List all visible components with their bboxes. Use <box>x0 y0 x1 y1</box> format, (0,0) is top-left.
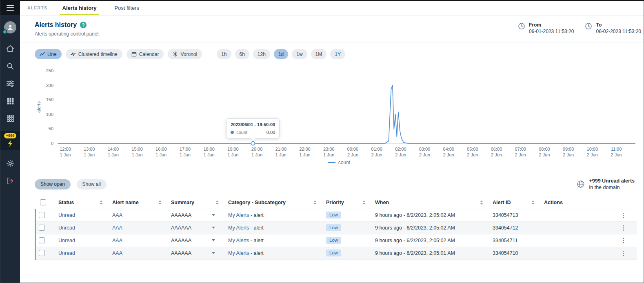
status-link[interactable]: Unread <box>58 212 75 218</box>
tooltip-value: 0.00 <box>260 130 275 135</box>
alert-name-link[interactable]: AAA <box>112 238 122 243</box>
show-all-button[interactable]: Show all <box>77 179 107 189</box>
kebab-menu-icon[interactable]: ⋮ <box>620 225 626 231</box>
column-header-summary[interactable]: Summary <box>167 200 224 205</box>
sort-icon[interactable] <box>158 201 162 205</box>
column-label: Priority <box>326 200 344 205</box>
svg-text:1 Jun: 1 Jun <box>204 152 215 157</box>
sort-icon[interactable] <box>531 201 535 205</box>
range-1d[interactable]: 1d <box>274 49 288 59</box>
sort-icon[interactable] <box>480 201 483 205</box>
svg-text:1 Jun: 1 Jun <box>275 152 286 157</box>
range-1w[interactable]: 1w <box>292 49 307 59</box>
view-mode-clustered-timeline[interactable]: Clustered timeline <box>66 49 122 59</box>
priority-badge: Low <box>326 250 341 257</box>
range-6h[interactable]: 6h <box>235 49 249 59</box>
chevron-down-icon[interactable] <box>212 214 215 216</box>
svg-text:200: 200 <box>46 83 53 88</box>
column-header-status[interactable]: Status <box>54 200 108 205</box>
column-header-when[interactable]: When <box>371 200 489 205</box>
menu-icon[interactable] <box>0 1 20 15</box>
range-1Y[interactable]: 1Y <box>330 49 345 59</box>
category-link[interactable]: My Alerts <box>228 250 249 256</box>
category-link[interactable]: My Alerts <box>228 238 249 243</box>
help-icon[interactable]: ? <box>80 22 87 28</box>
sort-icon[interactable] <box>215 201 219 205</box>
row-checkbox[interactable] <box>39 237 45 243</box>
kebab-menu-icon[interactable]: ⋮ <box>620 250 626 256</box>
section-label: ALERTS <box>27 6 48 10</box>
tab-alerts-history[interactable]: Alerts history <box>60 1 99 15</box>
user-avatar[interactable] <box>4 21 16 33</box>
view-mode-calendar[interactable]: Calendar <box>127 49 164 59</box>
row-checkbox[interactable] <box>39 225 45 231</box>
chevron-down-icon[interactable] <box>212 252 215 254</box>
svg-text:1 Jun: 1 Jun <box>180 152 191 157</box>
chip-label: 1M <box>315 51 322 57</box>
column-header-priority[interactable]: Priority <box>322 200 371 205</box>
grid-icon[interactable] <box>0 97 20 105</box>
search-icon[interactable] <box>0 62 20 71</box>
chart-controls: LineClustered timelineCalendarVoronoi 1h… <box>35 49 637 59</box>
sort-icon[interactable] <box>362 201 366 205</box>
time-range: From 06-01-2023 11:53:20 To 06-02-2023 1… <box>517 21 641 34</box>
person-icon <box>6 23 14 31</box>
kebab-menu-icon[interactable]: ⋮ <box>620 212 626 218</box>
svg-text:2 Jun: 2 Jun <box>395 152 406 157</box>
from-time-picker[interactable]: From 06-01-2023 11:53:20 <box>517 22 574 34</box>
status-link[interactable]: Unread <box>58 238 75 243</box>
category-link[interactable]: My Alerts <box>228 212 249 218</box>
show-open-button[interactable]: Show open <box>35 179 71 189</box>
to-time-picker[interactable]: To 06-02-2023 11:53:20 <box>584 22 641 34</box>
home-icon[interactable] <box>0 44 20 53</box>
row-checkbox[interactable] <box>39 212 45 218</box>
select-all-checkbox[interactable] <box>40 199 46 205</box>
chip-label: 1h <box>221 51 227 57</box>
alert-name-link[interactable]: AAA <box>112 250 122 256</box>
page-subtitle: Alerts operating control panel. <box>35 31 100 37</box>
range-1M[interactable]: 1M <box>311 49 327 59</box>
logout-icon[interactable] <box>0 176 20 185</box>
range-12h[interactable]: 12h <box>253 49 270 59</box>
voronoi-icon <box>173 51 178 57</box>
svg-text:1 Jun: 1 Jun <box>323 152 334 157</box>
alerts-nav-item[interactable]: +999 <box>0 131 20 150</box>
kebab-menu-icon[interactable]: ⋮ <box>620 237 626 243</box>
svg-text:2 Jun: 2 Jun <box>587 152 598 157</box>
from-value: 06-01-2023 11:53:20 <box>529 29 574 34</box>
summary-text: AAAAAA <box>171 250 191 256</box>
tab-post-filters[interactable]: Post filters <box>112 1 142 15</box>
svg-text:1 Jun: 1 Jun <box>108 152 119 157</box>
alerts-chart: 050100150200250alerts12:001 Jun13:001 Ju… <box>35 67 644 161</box>
column-header-alert-name[interactable]: Alert name <box>108 200 167 205</box>
category-link[interactable]: My Alerts <box>228 225 249 231</box>
svg-text:250: 250 <box>46 68 53 73</box>
svg-text:10:00: 10:00 <box>587 147 598 152</box>
sort-icon[interactable] <box>313 201 317 205</box>
row-checkbox[interactable] <box>39 250 45 256</box>
column-label: Actions <box>544 200 563 205</box>
chevron-down-icon[interactable] <box>212 227 215 229</box>
settings-icon[interactable] <box>0 159 20 168</box>
alert-name-link[interactable]: AAA <box>112 225 122 231</box>
chevron-down-icon[interactable] <box>212 239 215 241</box>
alert-name-link[interactable]: AAA <box>112 212 122 218</box>
svg-text:12:00: 12:00 <box>60 147 71 152</box>
status-link[interactable]: Unread <box>58 250 75 256</box>
column-header-alert-id[interactable]: Alert ID <box>489 200 540 205</box>
status-link[interactable]: Unread <box>58 225 75 231</box>
chart-tooltip: 2023/06/01 - 19:50:00 count 0.00 <box>226 118 280 138</box>
chip-label: 12h <box>258 51 266 57</box>
filters-icon[interactable] <box>0 79 20 88</box>
view-mode-voronoi[interactable]: Voronoi <box>168 49 202 59</box>
subcategory-text: - alert <box>249 212 263 218</box>
svg-text:05:00: 05:00 <box>467 147 478 152</box>
range-1h[interactable]: 1h <box>217 49 231 59</box>
sort-icon[interactable] <box>100 201 103 205</box>
column-header-category-subcategory[interactable]: Category - Subcategory <box>224 200 322 205</box>
view-mode-line[interactable]: Line <box>35 49 62 59</box>
apps-icon[interactable] <box>0 114 20 123</box>
svg-text:2 Jun: 2 Jun <box>539 152 550 157</box>
table-row: UnreadAAAAAAAAAMy Alerts - alertLow9 hou… <box>35 247 637 260</box>
svg-text:22:00: 22:00 <box>299 147 311 152</box>
